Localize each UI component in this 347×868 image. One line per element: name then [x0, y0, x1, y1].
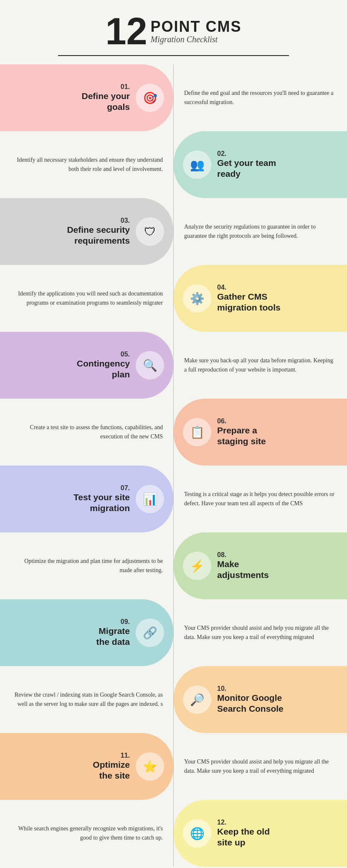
- text-panel-5: Make sure you back-up all your data befo…: [174, 332, 347, 399]
- label-text-3: 03. Define securityrequirements: [13, 217, 130, 247]
- row-item-12: While search engines generally recognize…: [0, 800, 347, 867]
- step-desc-7: Testing is a critical stage as it helps …: [184, 490, 337, 508]
- row-item-1: 01. Define yourgoals 🎯 Define the end go…: [0, 64, 347, 131]
- row-item-5: 05. Contingencyplan 🔍 Make sure you back…: [0, 332, 347, 399]
- step-number-6: 06.: [217, 417, 226, 425]
- header-divider: [58, 55, 289, 56]
- step-title-4: Gather CMSmigration tools: [217, 291, 281, 313]
- icon-circle-1: 🎯: [136, 84, 164, 112]
- right-panel-10: 🔎 10. Monitor GoogleSearch Console: [174, 666, 347, 733]
- row-item-2: Identify all necessary stakeholders and …: [0, 131, 347, 198]
- label-panel-7: 07. Test your sitemigration 📊: [0, 466, 173, 532]
- icon-circle-11: ⭐: [136, 752, 164, 781]
- label-text-12: 12. Keep the oldsite up: [217, 819, 334, 848]
- text-panel-1: Define the end goal and the resources yo…: [174, 64, 347, 131]
- label-text-9: 09. Migratethe data: [13, 618, 130, 648]
- step-title-6: Prepare astaging site: [217, 425, 266, 447]
- step-title-9: Migratethe data: [96, 626, 130, 648]
- step-desc-4: Identify the applications you will need …: [10, 289, 163, 307]
- step-number-11: 11.: [121, 752, 130, 759]
- text-panel-2: Identify all necessary stakeholders and …: [0, 131, 173, 198]
- text-panel-10: Review the crawl / indexing stats in Goo…: [0, 666, 173, 733]
- header-number: 12: [105, 13, 147, 50]
- label-panel-11: 11. Optimizethe site ⭐: [0, 733, 173, 800]
- step-number-5: 05.: [121, 351, 130, 358]
- step-title-1: Define yourgoals: [81, 91, 130, 113]
- right-panel-6: 📋 06. Prepare astaging site: [174, 399, 347, 466]
- label-text-10: 10. Monitor GoogleSearch Console: [217, 685, 334, 715]
- step-number-12: 12.: [217, 819, 226, 826]
- text-panel-8: Optimize the migration and plan time for…: [0, 532, 173, 599]
- text-panel-4: Identify the applications you will need …: [0, 265, 173, 332]
- step-desc-3: Analyze the security regulations to guar…: [184, 222, 337, 240]
- label-panel-9: 09. Migratethe data 🔗: [0, 599, 173, 666]
- left-panel-3: 03. Define securityrequirements 🛡: [0, 198, 173, 265]
- icon-circle-12: 🌐: [183, 819, 211, 848]
- right-panel-2: 👥 02. Get your teamready: [174, 131, 347, 198]
- text-panel-9: Your CMS provider should assist and help…: [174, 599, 347, 666]
- icon-circle-5: 🔍: [136, 351, 164, 379]
- header-point-label: POINT CMS: [151, 18, 242, 35]
- label-panel-4: ⚙️ 04. Gather CMSmigration tools: [174, 265, 347, 332]
- label-panel-12: 🌐 12. Keep the oldsite up: [174, 800, 347, 867]
- label-panel-5: 05. Contingencyplan 🔍: [0, 332, 173, 399]
- icon-circle-3: 🛡: [136, 217, 164, 246]
- step-desc-6: Create a test site to assess the functio…: [10, 423, 163, 441]
- step-desc-12: While search engines generally recognize…: [10, 824, 163, 842]
- icon-circle-6: 📋: [183, 418, 211, 446]
- step-number-8: 08.: [217, 551, 226, 559]
- step-desc-9: Your CMS provider should assist and help…: [184, 624, 337, 641]
- label-text-8: 08. Makeadjustments: [217, 551, 334, 581]
- row-item-3: 03. Define securityrequirements 🛡 Analyz…: [0, 198, 347, 265]
- icon-circle-7: 📊: [136, 485, 164, 513]
- left-panel-1: 01. Define yourgoals 🎯: [0, 64, 173, 131]
- label-text-7: 07. Test your sitemigration: [13, 484, 130, 514]
- label-text-5: 05. Contingencyplan: [13, 351, 130, 380]
- text-panel-7: Testing is a critical stage as it helps …: [174, 466, 347, 532]
- label-panel-2: 👥 02. Get your teamready: [174, 131, 347, 198]
- left-panel-9: 09. Migratethe data 🔗: [0, 599, 173, 666]
- step-number-10: 10.: [217, 685, 226, 692]
- step-title-7: Test your sitemigration: [73, 492, 130, 514]
- icon-circle-2: 👥: [183, 150, 211, 179]
- text-panel-6: Create a test site to assess the functio…: [0, 399, 173, 466]
- checklist: 01. Define yourgoals 🎯 Define the end go…: [0, 64, 347, 867]
- label-panel-10: 🔎 10. Monitor GoogleSearch Console: [174, 666, 347, 733]
- step-number-1: 01.: [121, 83, 130, 91]
- label-text-4: 04. Gather CMSmigration tools: [217, 284, 334, 313]
- step-desc-5: Make sure you back-up all your data befo…: [184, 356, 337, 374]
- label-panel-8: ⚡ 08. Makeadjustments: [174, 532, 347, 599]
- left-panel-7: 07. Test your sitemigration 📊: [0, 466, 173, 532]
- step-title-11: Optimizethe site: [93, 759, 130, 781]
- header: 12 POINT CMS Migration Checklist: [0, 0, 347, 64]
- left-panel-5: 05. Contingencyplan 🔍: [0, 332, 173, 399]
- step-desc-8: Optimize the migration and plan time for…: [10, 557, 163, 575]
- step-number-4: 04.: [217, 284, 226, 291]
- step-title-12: Keep the oldsite up: [217, 826, 270, 848]
- step-desc-11: Your CMS provider should assist and help…: [184, 757, 337, 775]
- row-item-9: 09. Migratethe data 🔗 Your CMS provider …: [0, 599, 347, 666]
- step-title-5: Contingencyplan: [77, 358, 130, 380]
- step-desc-10: Review the crawl / indexing stats in Goo…: [10, 690, 163, 708]
- step-number-3: 03.: [121, 217, 130, 224]
- icon-circle-4: ⚙️: [183, 284, 211, 313]
- label-text-2: 02. Get your teamready: [217, 150, 334, 180]
- row-item-7: 07. Test your sitemigration 📊 Testing is…: [0, 466, 347, 532]
- row-item-6: Create a test site to assess the functio…: [0, 399, 347, 466]
- right-panel-8: ⚡ 08. Makeadjustments: [174, 532, 347, 599]
- row-item-8: Optimize the migration and plan time for…: [0, 532, 347, 599]
- step-number-9: 09.: [121, 618, 130, 626]
- icon-circle-10: 🔎: [183, 685, 211, 714]
- text-panel-12: While search engines generally recognize…: [0, 800, 173, 867]
- page: 12 POINT CMS Migration Checklist 01. Def…: [0, 0, 347, 867]
- step-number-2: 02.: [217, 150, 226, 158]
- label-panel-1: 01. Define yourgoals 🎯: [0, 64, 173, 131]
- step-desc-1: Define the end goal and the resources yo…: [184, 89, 337, 107]
- label-text-11: 11. Optimizethe site: [13, 752, 130, 781]
- row-item-4: Identify the applications you will need …: [0, 265, 347, 332]
- icon-circle-9: 🔗: [136, 619, 164, 647]
- label-text-6: 06. Prepare astaging site: [217, 417, 334, 447]
- text-panel-11: Your CMS provider should assist and help…: [174, 733, 347, 800]
- left-panel-11: 11. Optimizethe site ⭐: [0, 733, 173, 800]
- label-panel-3: 03. Define securityrequirements 🛡: [0, 198, 173, 265]
